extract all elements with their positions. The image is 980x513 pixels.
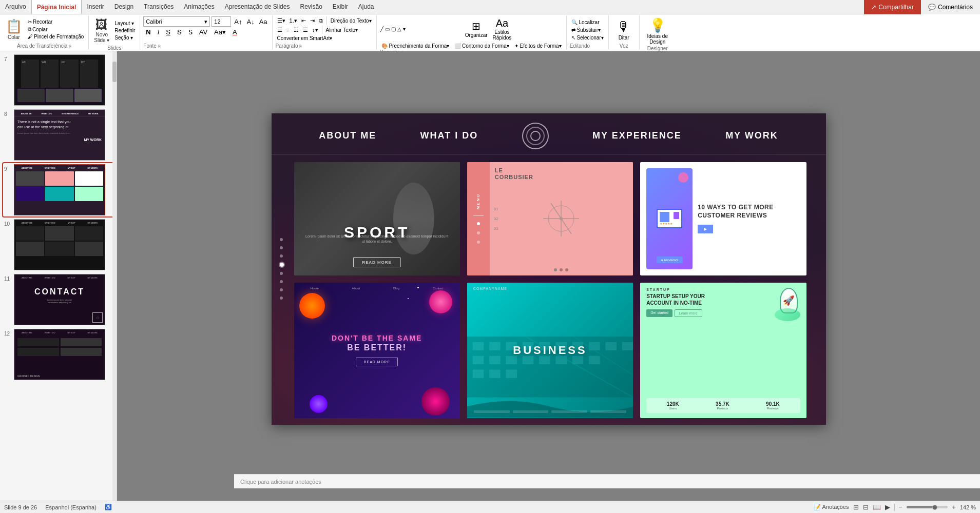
- ribbon-tab-exibir[interactable]: Exibir: [328, 0, 353, 14]
- zoom-plus[interactable]: +: [952, 503, 956, 511]
- ribbon-tab-apresentacao[interactable]: Apresentação de Slides: [220, 0, 295, 14]
- bold-button[interactable]: N: [143, 28, 153, 36]
- decrease-indent-button[interactable]: ⇤: [300, 17, 308, 25]
- ribbon-tab-revisao[interactable]: Revisão: [295, 0, 327, 14]
- card-business[interactable]: COMPANYNAME BUSINESS: [467, 283, 633, 418]
- notes-toggle[interactable]: 📝 Anotações: [814, 504, 849, 510]
- arrange-button[interactable]: ⊞Organizar: [463, 19, 490, 39]
- ribbon-tab-pagina-inicial[interactable]: Página Inicial: [31, 0, 82, 14]
- quick-styles-button[interactable]: AaEstilosRápidos: [491, 16, 514, 42]
- startup-btn-2[interactable]: Learn more: [675, 309, 702, 317]
- view-reading[interactable]: 📖: [873, 503, 881, 511]
- ribbon-tab-inserir[interactable]: Inserir: [82, 0, 109, 14]
- underline-button[interactable]: S: [163, 28, 173, 36]
- svg-rect-24: [473, 369, 484, 378]
- card-sport[interactable]: SPORT Lorem ipsum dolor sit amet, consec…: [294, 162, 460, 275]
- line-spacing-button[interactable]: ↕▾: [311, 26, 320, 34]
- zoom-minus[interactable]: −: [899, 503, 903, 511]
- notes-bar[interactable]: Clique para adicionar anotações: [234, 474, 980, 488]
- accessibility-icon[interactable]: ♿: [105, 504, 112, 510]
- roundrect-shape[interactable]: ▢: [391, 26, 396, 32]
- ribbon-tab-ajuda[interactable]: Ajuda: [353, 0, 379, 14]
- clear-format-button[interactable]: Aa: [258, 17, 269, 26]
- replace-button[interactable]: ⇄ Substituir▾: [570, 27, 605, 33]
- align-left-button[interactable]: ☰: [276, 26, 284, 34]
- slide-thumb-10[interactable]: 10 ABOUT MEWHAT I DOMY EXPMY WORK: [3, 218, 113, 271]
- strikethrough-button[interactable]: S: [175, 28, 184, 36]
- slide-thumb-12[interactable]: 12 ABOUT MEWHAT I DOMY EXPMY WORK GRAPHI…: [3, 328, 113, 381]
- italic-button[interactable]: I: [155, 28, 162, 36]
- shadow-button[interactable]: S̈: [186, 28, 195, 36]
- zoom-bar[interactable]: [907, 506, 948, 508]
- view-slideshow[interactable]: ▶: [885, 503, 890, 511]
- nav-my-experience[interactable]: MY EXPERIENCE: [592, 130, 682, 141]
- shape-outline-button[interactable]: ⬜ Contorno da Forma▾: [453, 43, 511, 49]
- cut-button[interactable]: ✂Recortar: [26, 18, 85, 25]
- slide-info: Slide 9 de 26: [4, 504, 37, 510]
- copy-button[interactable]: ⧉Copiar: [26, 26, 85, 33]
- paste-button[interactable]: 📋 Colar: [3, 17, 25, 41]
- align-right-button[interactable]: ☷: [292, 26, 300, 34]
- view-sorter[interactable]: ⊟: [863, 503, 869, 511]
- share-button[interactable]: ↗ Compartilhar: [864, 0, 921, 14]
- tri-shape[interactable]: △: [397, 26, 402, 32]
- columns-button[interactable]: ⧉: [317, 17, 324, 25]
- design-ideas-button[interactable]: 💡 Ideias de Design: [645, 16, 670, 46]
- convert-smartart-button[interactable]: Converter em SmartArt▾: [276, 35, 334, 42]
- space-read-more[interactable]: READ MORE: [356, 358, 397, 366]
- ribbon-tab-transicoes[interactable]: Transições: [139, 0, 179, 14]
- layout-button[interactable]: Layout ▾: [113, 20, 137, 27]
- justify-button[interactable]: ☰: [301, 26, 310, 34]
- reset-button[interactable]: Redefinir: [113, 27, 137, 34]
- increase-font-button[interactable]: A↑: [233, 17, 243, 26]
- align-text-button[interactable]: Alinhar Texto▾: [324, 27, 360, 33]
- font-family-selector[interactable]: Calibri▾: [143, 16, 210, 27]
- slide-dots: [280, 238, 284, 300]
- shape-effects-button[interactable]: ✦ Efeitos de Forma▾: [513, 43, 563, 49]
- slide-canvas[interactable]: ABOUT ME WHAT I DO MY EXPERIENCE MY WORK: [272, 113, 826, 425]
- shape-fill-button[interactable]: 🎨 Preenchimento da Forma▾: [380, 43, 451, 49]
- card-startup[interactable]: STARTUP STARTUP SETUP YOURACCOUNT IN NO-…: [640, 283, 806, 418]
- font-size-selector[interactable]: 12: [212, 16, 231, 27]
- decrease-font-button[interactable]: A↓: [245, 17, 256, 26]
- nav-my-work[interactable]: MY WORK: [725, 130, 778, 141]
- slide-thumb-7[interactable]: 7 AB WH EX MY: [3, 53, 113, 107]
- bullets-button[interactable]: ☰▾: [276, 17, 287, 25]
- more-shapes[interactable]: ▾: [402, 26, 406, 32]
- ribbon-tab-animacoes[interactable]: Animações: [179, 0, 219, 14]
- dictate-button[interactable]: 🎙 Ditar: [615, 18, 632, 42]
- new-slide-button[interactable]: 🖼 Novo Slide ▾: [92, 16, 111, 44]
- increase-indent-button[interactable]: ⇥: [309, 17, 316, 25]
- sport-read-more[interactable]: READ MORE: [353, 258, 400, 267]
- line-shape[interactable]: ╱: [380, 26, 384, 32]
- card-corbusier[interactable]: MENU LECORBUSIER: [467, 162, 633, 275]
- card-ways[interactable]: ★★★★★ ★ REVIEWS 10 WAYS TO GET MORE CUST…: [640, 162, 806, 275]
- ways-btn[interactable]: ▶: [698, 225, 713, 233]
- nav-what-i-do[interactable]: WHAT I DO: [420, 130, 478, 141]
- slide-thumb-9[interactable]: 9 ABOUT MEWHAT I DOMY EXPMY WORK: [3, 163, 113, 216]
- section-button[interactable]: Seção ▾: [113, 34, 137, 41]
- editing-label: Editando: [570, 43, 605, 49]
- slide-number-9: 9: [4, 164, 11, 172]
- numbering-button[interactable]: 1.▾: [288, 17, 299, 25]
- spacing-button[interactable]: AV: [197, 28, 210, 36]
- slide-thumb-8[interactable]: 8 ABOUT ME WHAT I DO MY EXPERIENCE MY WO…: [3, 108, 113, 162]
- rect-shape[interactable]: ▭: [385, 26, 390, 32]
- card-space[interactable]: HomeAboutBlogContact DON'T BE THE SAME B…: [294, 283, 460, 418]
- ribbon-tab-arquivo[interactable]: Arquivo: [0, 0, 31, 14]
- be-better-title: BE BETTER!: [332, 343, 422, 352]
- format-painter-button[interactable]: 🖌Pincel de Formatação: [26, 33, 85, 40]
- select-button[interactable]: ↖ Selecionar▾: [570, 34, 605, 41]
- comments-button[interactable]: 💬 Comentários: [921, 0, 980, 14]
- ribbon-tab-design[interactable]: Design: [109, 0, 139, 14]
- text-direction-button[interactable]: Direção do Texto▾: [329, 17, 373, 24]
- align-center-button[interactable]: ≡: [285, 26, 291, 33]
- find-button[interactable]: 🔍 Localizar: [570, 19, 605, 26]
- view-normal[interactable]: ⊞: [853, 503, 859, 511]
- slide-thumb-11[interactable]: 11 ABOUT MEWHAT I DOMY EXPMY WORK CONTAC…: [3, 273, 113, 326]
- nav-about-me[interactable]: ABOUT ME: [319, 130, 376, 141]
- startup-btn-1[interactable]: Get started: [646, 309, 672, 317]
- font-color-button[interactable]: A: [230, 28, 240, 36]
- font-case-button[interactable]: Aa▾: [212, 28, 228, 36]
- cards-grid: SPORT Lorem ipsum dolor sit amet, consec…: [272, 155, 826, 425]
